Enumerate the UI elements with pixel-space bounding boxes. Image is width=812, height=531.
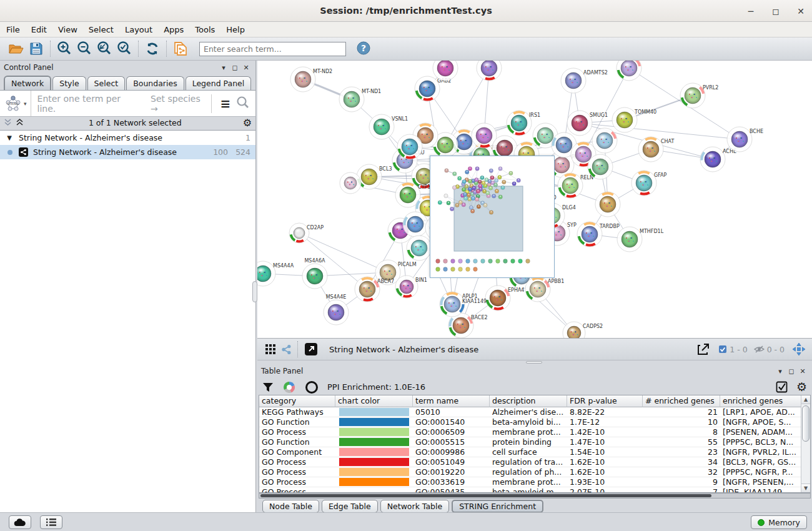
save-session-button[interactable] — [26, 39, 46, 58]
network-node[interactable]: BIN1 — [395, 275, 427, 298]
zoom-fit-button[interactable] — [94, 39, 114, 58]
network-node[interactable]: PVRL2 — [680, 83, 718, 108]
expand-all-icon[interactable] — [4, 118, 12, 128]
network-node[interactable] — [592, 128, 617, 153]
tab-node-table[interactable]: Node Table — [262, 500, 319, 513]
tab-network[interactable]: Network — [4, 76, 51, 90]
zoom-selected-button[interactable] — [114, 39, 134, 58]
table-panel-close-icon[interactable]: ✕ — [797, 367, 808, 375]
menu-view[interactable]: View — [58, 25, 77, 34]
enrichment-settings-gear-icon[interactable]: ⚙ — [796, 381, 807, 393]
column-header[interactable]: FDR p-value — [567, 395, 643, 407]
maximize-button[interactable]: ◻ — [771, 6, 781, 16]
memory-button[interactable]: Memory — [751, 515, 807, 529]
column-header[interactable]: description — [490, 395, 567, 407]
string-options-button[interactable]: ≡ — [217, 96, 234, 111]
ring-chart-icon[interactable] — [305, 380, 319, 394]
menu-tools[interactable]: Tools — [195, 25, 215, 34]
network-node[interactable]: ABCA7 — [355, 277, 394, 302]
open-session-button[interactable] — [6, 39, 26, 58]
string-search-button[interactable] — [234, 96, 252, 111]
column-header[interactable]: category — [259, 395, 335, 407]
network-node[interactable]: MTHFD1L — [617, 227, 664, 252]
panel-menu-icon[interactable]: ▾ — [218, 64, 229, 72]
task-history-button[interactable] — [40, 515, 62, 529]
help-button[interactable]: ? — [356, 41, 371, 57]
search-input[interactable] — [199, 42, 346, 56]
table-row[interactable]: GO ProcessGO:0033619membrane prot...1.93… — [259, 477, 810, 487]
network-node[interactable]: CADPS2 — [563, 322, 603, 338]
network-node[interactable] — [477, 61, 502, 81]
tab-select[interactable]: Select — [87, 76, 126, 90]
table-row[interactable]: GO FunctionGO:0005515protein binding1.47… — [259, 437, 810, 447]
network-node[interactable]: ACHE — [700, 147, 736, 172]
string-logo-icon[interactable]: STRING ▾ — [4, 94, 31, 113]
network-row[interactable]: String Network - Alzheimer's disease 100… — [0, 145, 255, 159]
zoom-in-button[interactable] — [54, 39, 74, 58]
tab-string-enrichment[interactable]: STRING Enrichment — [452, 500, 543, 513]
selected-checkbox-icon[interactable] — [718, 345, 727, 354]
panel-float-icon[interactable]: ◻ — [229, 64, 240, 72]
tab-style[interactable]: Style — [52, 76, 86, 90]
select-terms-icon[interactable] — [776, 381, 788, 393]
menu-edit[interactable]: Edit — [31, 25, 47, 34]
network-node[interactable] — [588, 154, 613, 179]
tab-legend-panel[interactable]: Legend Panel — [186, 76, 252, 90]
table-panel-float-icon[interactable]: ◻ — [786, 367, 797, 375]
column-header[interactable]: term name — [413, 395, 490, 407]
network-node[interactable]: APBB1 — [525, 277, 564, 302]
panel-close-icon[interactable]: ✕ — [240, 64, 252, 72]
chart-color-icon[interactable] — [282, 380, 296, 394]
menu-select[interactable]: Select — [89, 25, 114, 34]
refresh-button[interactable] — [142, 39, 162, 58]
detach-view-button[interactable] — [302, 340, 320, 359]
network-from-clipboard-button[interactable] — [171, 39, 191, 58]
menu-help[interactable]: Help — [226, 25, 245, 34]
scroll-down-arrow[interactable]: ▼ — [801, 484, 810, 492]
close-button[interactable]: ✕ — [796, 6, 806, 16]
network-node[interactable] — [403, 212, 428, 237]
table-row[interactable]: KEGG Pathways05010Alzheimer's dise...8.8… — [259, 407, 810, 417]
set-species-link[interactable]: Set species → — [151, 94, 206, 114]
network-node[interactable]: MS4A6A — [302, 258, 327, 289]
tab-network-table[interactable]: Network Table — [380, 500, 450, 513]
table-row[interactable]: GO ProcessGO:0019220regulation of ph...1… — [259, 467, 810, 477]
menu-layout[interactable]: Layout — [125, 25, 152, 34]
network-node[interactable]: MT-ND1 — [339, 87, 381, 112]
table-vertical-scrollbar[interactable]: ▲ ▼ — [801, 395, 810, 492]
birds-eye-view[interactable] — [430, 156, 555, 278]
birdseye-toggle-button[interactable] — [791, 340, 807, 359]
table-row[interactable]: GO ProcessGO:0050435beta-amyloid m...2.0… — [259, 487, 810, 493]
share-view-button[interactable] — [279, 340, 294, 359]
network-node[interactable]: TARDBP — [577, 222, 620, 247]
tab-boundaries[interactable]: Boundaries — [126, 76, 184, 90]
network-node[interactable] — [595, 192, 620, 217]
column-header[interactable]: # enriched genes — [643, 395, 720, 407]
filter-icon[interactable] — [262, 382, 274, 393]
table-horizontal-scrollbar[interactable] — [259, 493, 811, 499]
table-row[interactable]: GO ProcessGO:0051049regulation of tra...… — [259, 457, 810, 467]
network-node[interactable]: VSNL1 — [369, 114, 408, 139]
export-network-button[interactable] — [695, 340, 712, 359]
string-term-input[interactable]: Enter one term per line. Set species → — [31, 91, 206, 116]
network-node[interactable]: CHAT — [638, 137, 674, 162]
table-row[interactable]: GO ProcessGO:0006509membrane prot...1.42… — [259, 427, 810, 437]
tab-edge-table[interactable]: Edge Table — [322, 500, 378, 513]
network-node[interactable]: CD2AP — [289, 223, 324, 243]
network-node[interactable] — [397, 134, 422, 159]
network-node[interactable]: MS4A4A — [257, 261, 294, 286]
panel-splitter-handle[interactable] — [252, 281, 257, 302]
network-node[interactable]: RELN — [558, 173, 593, 198]
network-panel-gear-icon[interactable]: ⚙ — [243, 118, 252, 128]
collection-expand-caret[interactable]: ▼ — [0, 134, 19, 141]
menu-apps[interactable]: Apps — [164, 25, 184, 34]
network-node[interactable] — [340, 172, 361, 194]
table-row[interactable]: GO ComponentGO:0009986cell surface1.54E-… — [259, 447, 810, 457]
grid-view-button[interactable] — [262, 340, 279, 359]
table-panel-menu-icon[interactable]: ▾ — [775, 367, 786, 375]
column-header[interactable]: chart color — [335, 395, 413, 407]
network-node[interactable]: BCHE — [727, 127, 763, 152]
collapse-all-icon[interactable] — [16, 118, 24, 128]
network-node[interactable]: EPHA4 — [485, 285, 524, 310]
column-header[interactable]: enriched genes — [720, 395, 802, 407]
